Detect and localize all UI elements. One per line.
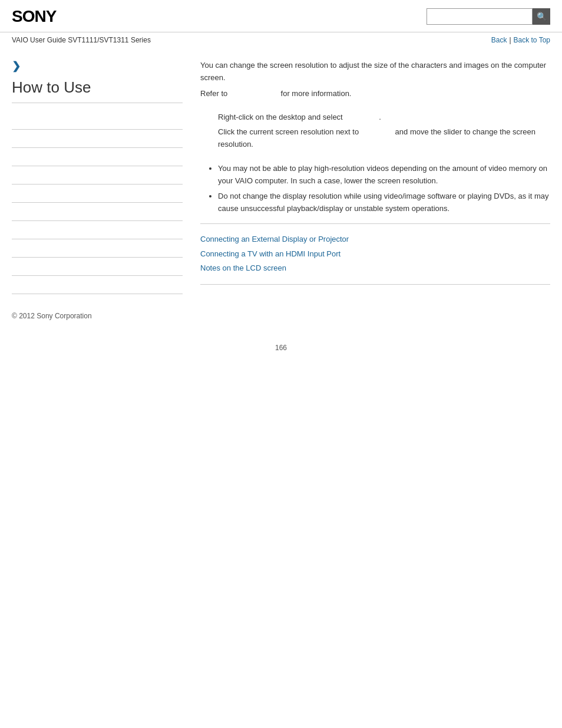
search-input[interactable] — [427, 8, 533, 25]
nav-divider: | — [509, 36, 511, 44]
main-layout: ❯ How to Use You can change the screen r… — [0, 48, 562, 294]
list-item — [12, 258, 183, 276]
sidebar-arrow[interactable]: ❯ — [12, 60, 183, 73]
step1-text: Right-click on the desktop and select . — [200, 111, 550, 124]
content-area: You can change the screen resolution to … — [194, 48, 550, 294]
link-tv-hdmi[interactable]: Connecting a TV with an HDMI Input Port — [200, 247, 550, 262]
nav-links: Back | Back to Top — [491, 36, 550, 44]
search-button[interactable]: 🔍 — [533, 8, 550, 25]
steps-section: Right-click on the desktop and select . … — [200, 111, 550, 150]
nav-bar: VAIO User Guide SVT1111/SVT1311 Series B… — [0, 32, 562, 48]
sidebar: ❯ How to Use — [12, 48, 194, 294]
intro-section: You can change the screen resolution to … — [200, 60, 550, 100]
divider-top — [200, 223, 550, 224]
footer: © 2012 Sony Corporation — [0, 294, 562, 332]
header: SONY 🔍 — [0, 0, 562, 32]
list-item — [12, 185, 183, 203]
back-to-top-link[interactable]: Back to Top — [514, 36, 550, 44]
notes-list: You may not be able to play high-resolut… — [200, 163, 550, 215]
list-item — [12, 239, 183, 258]
link-external-display[interactable]: Connecting an External Display or Projec… — [200, 232, 550, 247]
list-item — [12, 203, 183, 221]
divider-bottom — [200, 284, 550, 285]
sidebar-title: How to Use — [12, 78, 183, 103]
sony-logo: SONY — [12, 7, 56, 26]
search-icon: 🔍 — [537, 12, 547, 21]
list-item — [12, 111, 183, 130]
list-item — [12, 166, 183, 185]
list-item — [12, 148, 183, 166]
note-item: Do not change the display resolution whi… — [218, 190, 550, 215]
note-item: You may not be able to play high-resolut… — [218, 163, 550, 187]
search-area: 🔍 — [427, 8, 550, 25]
notes-section: You may not be able to play high-resolut… — [200, 163, 550, 215]
list-item — [12, 221, 183, 239]
sidebar-nav — [12, 111, 183, 294]
step2-text: Click the current screen resolution next… — [200, 126, 550, 151]
refer-to-text: Refer to for more information. — [200, 88, 550, 100]
list-item — [12, 130, 183, 148]
page-number: 166 — [0, 332, 562, 364]
guide-title: VAIO User Guide SVT1111/SVT1311 Series — [12, 36, 151, 44]
back-link[interactable]: Back — [491, 36, 507, 44]
link-lcd-notes[interactable]: Notes on the LCD screen — [200, 261, 550, 276]
list-item — [12, 276, 183, 294]
intro-text: You can change the screen resolution to … — [200, 60, 550, 84]
copyright-text: © 2012 Sony Corporation — [12, 312, 92, 320]
related-links: Connecting an External Display or Projec… — [200, 232, 550, 276]
